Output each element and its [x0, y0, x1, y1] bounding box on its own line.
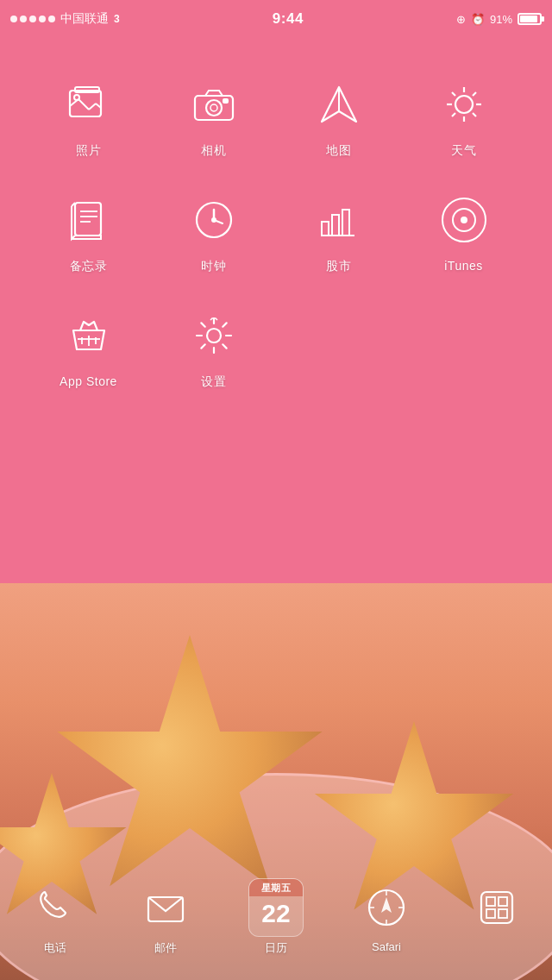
dock-phone[interactable]: 电话 — [0, 880, 110, 956]
status-bar: 中国联通 3 9:44 ⊕ ⏰ 91% — [0, 0, 552, 38]
battery-icon — [518, 13, 542, 25]
app-camera[interactable]: 相机 — [151, 60, 276, 176]
signal-icon — [10, 16, 55, 22]
notes-label: 备忘录 — [70, 259, 108, 274]
svg-rect-10 — [223, 99, 228, 103]
svg-rect-31 — [332, 215, 339, 236]
dock-unknown[interactable] — [442, 880, 552, 940]
svg-point-13 — [455, 96, 473, 113]
svg-point-9 — [210, 104, 217, 111]
camera-icon — [184, 74, 244, 135]
mail-icon — [138, 880, 193, 935]
notes-icon — [59, 190, 119, 250]
calendar-label: 日历 — [265, 940, 287, 956]
phone-label: 电话 — [44, 940, 66, 956]
settings-label: 设置 — [201, 374, 226, 390]
svg-rect-22 — [75, 203, 101, 236]
battery-percent: 91% — [490, 13, 512, 26]
svg-line-20 — [473, 92, 476, 96]
camera-label: 相机 — [201, 143, 226, 159]
mail-label: 邮件 — [154, 940, 177, 956]
clock-icon — [184, 190, 244, 250]
photos-icon — [59, 74, 119, 135]
safari-icon — [359, 880, 414, 935]
svg-point-8 — [206, 100, 222, 116]
location-icon: ⊕ — [456, 13, 466, 26]
appstore-label: App Store — [60, 374, 117, 388]
app-settings[interactable]: 设置 — [151, 292, 276, 407]
svg-rect-50 — [499, 909, 507, 918]
weather-icon — [434, 74, 494, 135]
carrier-label: 中国联通 — [60, 11, 109, 27]
weather-label: 天气 — [451, 143, 476, 159]
svg-line-21 — [452, 113, 455, 116]
svg-line-4 — [89, 104, 96, 110]
app-notes[interactable]: 备忘录 — [26, 176, 151, 292]
svg-line-3 — [78, 99, 89, 110]
svg-rect-48 — [499, 897, 507, 906]
svg-line-19 — [473, 113, 476, 116]
appstore-icon — [59, 305, 119, 366]
dock-safari[interactable]: Safari — [331, 880, 442, 953]
phone-icon — [28, 880, 83, 935]
svg-point-38 — [207, 329, 221, 342]
app-weather[interactable]: 天气 — [401, 60, 526, 176]
dock: 电话 邮件 星期五 22 日历 — [0, 868, 552, 980]
calendar-weekday: 星期五 — [249, 879, 303, 896]
alarm-icon: ⏰ — [471, 13, 485, 26]
safari-label: Safari — [372, 940, 401, 953]
svg-marker-45 — [381, 897, 392, 913]
app-photos[interactable]: 照片 — [26, 60, 151, 176]
svg-rect-47 — [486, 897, 495, 906]
dock-mail[interactable]: 邮件 — [110, 880, 221, 956]
svg-rect-49 — [486, 909, 495, 918]
maps-label: 地图 — [326, 143, 351, 159]
photos-label: 照片 — [76, 143, 101, 159]
app-stocks[interactable]: 股市 — [276, 176, 401, 292]
app-appstore[interactable]: App Store — [26, 292, 151, 407]
itunes-label: iTunes — [444, 259, 483, 273]
settings-icon — [184, 305, 244, 366]
svg-line-18 — [452, 92, 455, 96]
status-time: 9:44 — [273, 10, 304, 28]
app-grid: 照片 相机 地图 — [0, 43, 552, 424]
svg-rect-32 — [342, 210, 349, 236]
calendar-day: 22 — [261, 896, 290, 927]
app-maps[interactable]: 地图 — [276, 60, 401, 176]
clock-label: 时钟 — [201, 259, 226, 274]
stocks-icon — [309, 190, 369, 250]
unknown-icon — [469, 880, 524, 935]
maps-icon — [309, 74, 369, 135]
network-type: 3 — [114, 13, 120, 25]
calendar-icon: 星期五 22 — [248, 880, 304, 935]
app-clock[interactable]: 时钟 — [151, 176, 276, 292]
app-itunes[interactable]: iTunes — [401, 176, 526, 292]
svg-point-6 — [74, 95, 79, 100]
status-left: 中国联通 3 — [10, 11, 120, 27]
itunes-icon — [434, 190, 494, 250]
svg-point-29 — [212, 218, 216, 222]
dock-calendar[interactable]: 星期五 22 日历 — [221, 880, 331, 956]
stocks-label: 股市 — [326, 259, 351, 274]
svg-rect-30 — [322, 222, 329, 236]
status-right: ⊕ ⏰ 91% — [456, 13, 542, 26]
